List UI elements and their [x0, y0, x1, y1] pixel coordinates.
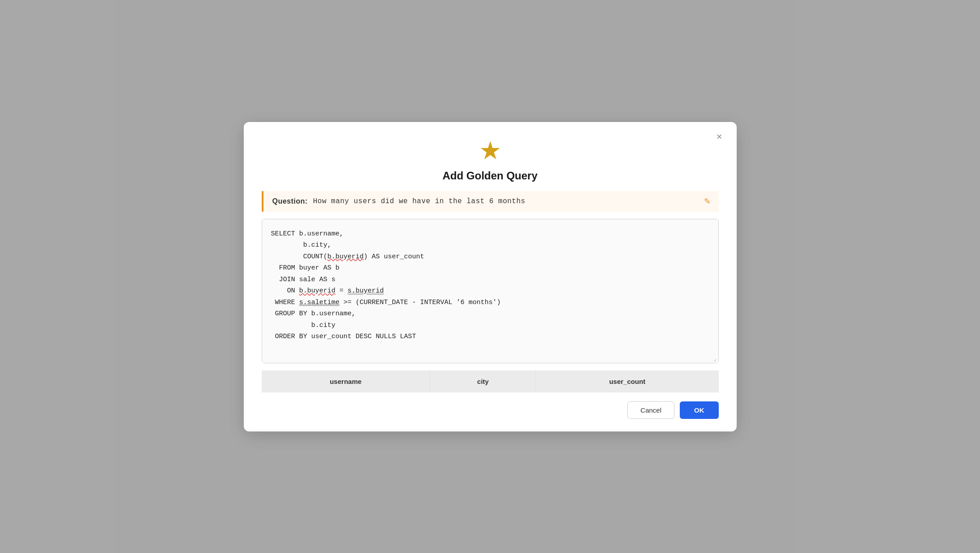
edit-question-button[interactable]: ✎: [702, 195, 712, 208]
close-button[interactable]: ×: [713, 130, 726, 144]
column-header-username: username: [262, 370, 430, 392]
dialog-footer: Cancel OK: [244, 392, 737, 431]
add-golden-query-dialog: × ★ Add Golden Query Question: How many …: [244, 122, 737, 431]
results-table-wrapper: username city user_count: [262, 370, 719, 392]
dialog-header: ★ Add Golden Query: [244, 122, 737, 191]
pencil-icon: ✎: [704, 197, 711, 206]
question-banner: Question: How many users did we have in …: [262, 191, 719, 212]
results-table: username city user_count: [262, 370, 719, 392]
column-header-user-count: user_count: [536, 370, 719, 392]
dialog-overlay: × ★ Add Golden Query Question: How many …: [0, 0, 980, 553]
sql-editor-wrapper: SELECT b.username, b.city, COUNT(b.buyer…: [262, 219, 719, 363]
question-text: How many users did we have in the last 6…: [313, 197, 525, 205]
question-label: Question:: [272, 197, 308, 205]
dialog-title: Add Golden Query: [442, 170, 537, 182]
column-header-city: city: [430, 370, 536, 392]
cancel-button[interactable]: Cancel: [627, 401, 674, 419]
sql-editor[interactable]: SELECT b.username, b.city, COUNT(b.buyer…: [262, 219, 718, 363]
ok-button[interactable]: OK: [680, 401, 719, 419]
star-icon: ★: [479, 138, 501, 163]
